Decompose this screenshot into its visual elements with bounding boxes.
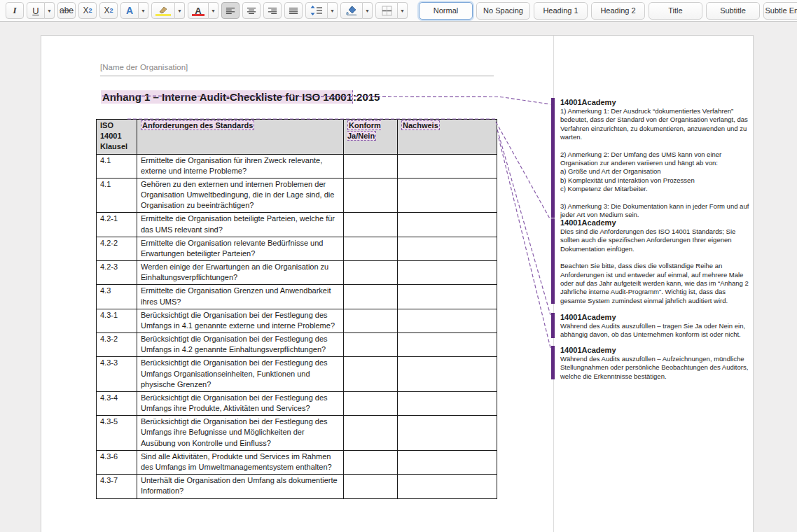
requirement-cell[interactable]: Unterhält die Organisation den Umfang al…	[137, 475, 344, 498]
requirement-cell[interactable]: Ermittelte die Organisation beteiligte P…	[137, 213, 344, 237]
comment[interactable]: 14001Academy Während des Audits auszufül…	[560, 346, 751, 381]
underline-dropdown-arrow[interactable]: ▼	[45, 2, 55, 19]
borders-button[interactable]	[375, 2, 398, 19]
nachweis-cell[interactable]	[398, 357, 497, 392]
konform-cell[interactable]	[344, 237, 398, 260]
nachweis-cell[interactable]	[398, 416, 497, 451]
konform-cell[interactable]	[344, 154, 398, 178]
nachweis-cell[interactable]	[398, 237, 497, 260]
comment[interactable]: 14001Academy Dies sind die Anforderungen…	[560, 218, 751, 305]
table-row[interactable]: 4.2-1 Ermittelte die Organisation beteil…	[97, 213, 497, 237]
nachweis-cell[interactable]	[398, 178, 497, 213]
konform-cell[interactable]	[344, 285, 398, 309]
requirement-cell[interactable]: Werden einige der Erwartungen an die Org…	[137, 261, 344, 285]
table-row[interactable]: 4.3-5 Berücksichtigt die Organisation be…	[97, 416, 497, 451]
table-row[interactable]: 4.3-4 Berücksichtigt die Organisation be…	[97, 391, 497, 415]
konform-cell[interactable]	[344, 450, 398, 474]
text-effects-dropdown-arrow[interactable]: ▼	[139, 2, 148, 19]
konform-cell[interactable]	[344, 416, 398, 451]
clause-cell[interactable]: 4.1	[97, 154, 137, 178]
clause-cell[interactable]: 4.3-4	[97, 391, 137, 415]
nachweis-cell[interactable]	[398, 391, 497, 415]
document-title[interactable]: Anhang 1 – Interne Audit-Checkliste für …	[101, 91, 380, 103]
table-row[interactable]: 4.2-3 Werden einige der Erwartungen an d…	[97, 261, 497, 285]
requirement-cell[interactable]: Berücksichtigt die Organisation bei der …	[137, 309, 344, 332]
style-button[interactable]: Normal	[419, 2, 473, 20]
requirement-cell[interactable]: Berücksichtigt die Organisation bei der …	[137, 357, 344, 392]
align-center-button[interactable]	[242, 2, 261, 19]
requirement-cell[interactable]: Berücksichtigt die Organisation bei der …	[137, 333, 344, 357]
comment[interactable]: 14001Academy 1) Anmerkung 1: Der Ausdruc…	[560, 98, 751, 219]
clause-cell[interactable]: 4.3	[97, 285, 137, 309]
shading-button[interactable]	[340, 2, 363, 19]
table-row[interactable]: 4.1 Ermittelte die Organisation für ihre…	[97, 154, 497, 178]
konform-cell[interactable]	[344, 309, 398, 332]
nachweis-cell[interactable]	[398, 333, 497, 357]
table-row[interactable]: 4.3 Ermittelte die Organisation Grenzen …	[97, 285, 497, 309]
konform-cell[interactable]	[344, 213, 398, 237]
clause-cell[interactable]: 4.2-3	[97, 261, 137, 285]
nachweis-cell[interactable]	[398, 285, 497, 309]
clause-cell[interactable]: 4.2-2	[97, 237, 137, 260]
line-spacing-button[interactable]	[305, 2, 328, 19]
konform-cell[interactable]	[344, 357, 398, 392]
nachweis-cell[interactable]	[398, 261, 497, 285]
nachweis-cell[interactable]	[398, 309, 497, 332]
requirement-cell[interactable]: Berücksichtigt die Organisation bei der …	[137, 391, 344, 415]
align-right-button[interactable]	[263, 2, 282, 19]
table-row[interactable]: 4.3-3 Berücksichtigt die Organisation be…	[97, 357, 497, 392]
clause-cell[interactable]: 4.3-6	[97, 450, 137, 474]
clause-cell[interactable]: 4.1	[97, 178, 137, 213]
borders-dropdown-arrow[interactable]: ▼	[398, 2, 408, 19]
table-row[interactable]: 4.1 Gehören zu den externen und internen…	[97, 178, 497, 213]
superscript-button[interactable]: X2	[99, 2, 118, 19]
font-color-dropdown-arrow[interactable]: ▼	[209, 2, 219, 19]
requirement-cell[interactable]: Berücksichtigt die Organisation bei der …	[137, 416, 344, 451]
shading-dropdown-arrow[interactable]: ▼	[363, 2, 373, 19]
clause-cell[interactable]: 4.2-1	[97, 213, 137, 237]
table-row[interactable]: 4.3-1 Berücksichtigt die Organisation be…	[97, 309, 497, 332]
comment[interactable]: 14001Academy Während des Audits auszufül…	[560, 313, 751, 340]
style-button[interactable]: Title	[649, 2, 702, 20]
organisation-name-placeholder[interactable]: [Name der Organisation]	[100, 63, 494, 76]
line-spacing-dropdown-arrow[interactable]: ▼	[328, 2, 338, 19]
nachweis-cell[interactable]	[398, 213, 497, 237]
clause-cell[interactable]: 4.3-2	[97, 333, 137, 357]
italic-button[interactable]: I	[6, 2, 24, 19]
table-row[interactable]: 4.3-2 Berücksichtigt die Organisation be…	[97, 333, 497, 357]
clause-cell[interactable]: 4.3-5	[97, 416, 137, 451]
table-row[interactable]: 4.2-2 Ermittelte die Organisation releva…	[97, 237, 497, 260]
requirement-cell[interactable]: Gehören zu den externen und internen Pro…	[137, 178, 344, 213]
style-button[interactable]: Heading 1	[534, 2, 588, 20]
underline-button[interactable]: U	[27, 2, 45, 19]
konform-cell[interactable]	[344, 261, 398, 285]
clause-cell[interactable]: 4.3-1	[97, 309, 137, 332]
style-button[interactable]: No Spacing	[476, 2, 530, 20]
konform-cell[interactable]	[344, 178, 398, 213]
table-row[interactable]: 4.3-7 Unterhält die Organisation den Umf…	[97, 475, 497, 498]
requirement-cell[interactable]: Ermittelte die Organisation relevante Be…	[137, 237, 344, 260]
audit-checklist-table[interactable]: ISO 14001 KlauselAnforderungen des Stand…	[96, 119, 497, 499]
konform-cell[interactable]	[344, 391, 398, 415]
text-effects-button[interactable]: A	[120, 2, 139, 19]
requirement-cell[interactable]: Ermittelte die Organisation für ihren Zw…	[137, 154, 344, 178]
style-button[interactable]: Subtle Emph...	[763, 2, 797, 20]
konform-cell[interactable]	[344, 475, 398, 498]
nachweis-cell[interactable]	[398, 450, 497, 474]
align-justify-button[interactable]	[284, 2, 303, 19]
font-color-button[interactable]: A	[188, 2, 209, 19]
highlight-dropdown-arrow[interactable]: ▼	[175, 2, 185, 19]
requirement-cell[interactable]: Sind alle Aktivitäten, Produkte und Serv…	[137, 450, 344, 474]
nachweis-cell[interactable]	[398, 475, 497, 498]
requirement-cell[interactable]: Ermittelte die Organisation Grenzen und …	[137, 285, 344, 309]
subscript-button[interactable]: X2	[78, 2, 97, 19]
table-row[interactable]: 4.3-6 Sind alle Aktivitäten, Produkte un…	[97, 450, 497, 474]
align-left-button[interactable]	[221, 2, 240, 19]
highlight-button[interactable]	[151, 2, 175, 19]
strikethrough-button[interactable]: abe	[57, 2, 76, 19]
clause-cell[interactable]: 4.3-7	[97, 475, 137, 498]
style-button[interactable]: Heading 2	[591, 2, 645, 20]
style-button[interactable]: Subtitle	[706, 2, 760, 20]
nachweis-cell[interactable]	[398, 154, 497, 178]
konform-cell[interactable]	[344, 333, 398, 357]
